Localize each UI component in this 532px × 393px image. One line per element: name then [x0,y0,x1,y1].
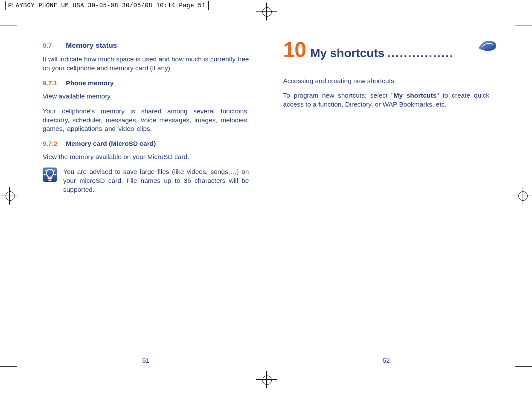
section-number: 9.7 [43,41,64,50]
bold-term: My shortcuts [394,92,437,99]
shortcut-wave-icon [477,38,498,53]
body-text: View the memory available on your MicroS… [43,153,249,162]
chapter-leader-dots: ................ [387,45,454,61]
register-circle-icon [262,376,272,385]
page-right: 10 My shortcuts ................ Accessi… [266,26,507,367]
subsection-9-7-2-heading: 9.7.2 Memory card (MicroSD card) [43,139,249,148]
body-text-fragment: To program new shortcuts: select " [283,92,394,99]
register-circle-icon [262,7,272,17]
preflight-header: PLAYBOY_PHONE_UM_USA_30-05-08 30/05/08 1… [5,1,209,10]
register-circle-icon [6,191,15,201]
body-text: Accessing and creating new shortcuts. [283,77,490,86]
subsection-number: 9.7.2 [43,139,64,148]
crop-mark [0,26,17,26]
page-number: 51 [142,357,149,364]
subsection-number: 9.7.1 [43,79,64,88]
crop-mark [515,26,532,26]
tip-text: You are advised to save large files (lik… [63,168,249,194]
crop-mark [0,366,17,367]
tip-block: You are advised to save large files (lik… [43,168,249,194]
section-intro: It will indicate how much space is used … [43,55,249,73]
left-content: 9.7 Memory status It will indicate how m… [43,41,249,194]
crop-mark [25,375,25,393]
register-circle-icon [518,191,528,201]
subsection-9-7-1-heading: 9.7.1 Phone memory [43,79,249,88]
crop-mark [515,366,532,367]
page-number: 52 [383,357,390,364]
body-text: View available memory. [43,92,249,101]
subsection-title: Phone memory [66,79,113,87]
section-title: Memory status [66,41,117,49]
chapter-title: My shortcuts [310,45,384,61]
crop-mark [507,375,507,393]
body-text: Your cellphone's memory is shared among … [43,107,249,134]
subsection-title: Memory card (MicroSD card) [66,140,156,147]
lightbulb-icon [43,168,57,182]
page-spread: 9.7 Memory status It will indicate how m… [26,26,506,367]
body-text: To program new shortcuts: select "My sho… [283,91,490,109]
page-left: 9.7 Memory status It will indicate how m… [26,26,266,367]
right-content: 10 My shortcuts ................ Accessi… [283,36,490,109]
section-9-7-heading: 9.7 Memory status [43,41,249,51]
chapter-number: 10 [283,36,306,65]
chapter-heading: 10 My shortcuts ................ [283,36,490,65]
crop-mark [507,0,507,18]
